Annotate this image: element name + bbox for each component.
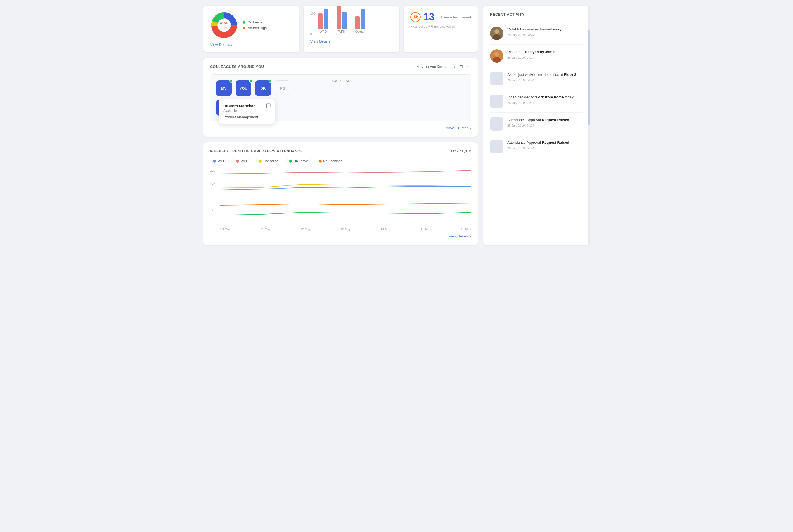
absent-icon: [411, 12, 420, 22]
donut-chart: 48.5% 7.3%: [210, 11, 238, 39]
view-full-map-label: View Full Map: [446, 126, 468, 130]
bar-overall: Overall: [355, 9, 365, 33]
legend-wfo: WFO: [210, 158, 229, 165]
activity-time-rishabh: 25 July 2019, 04:24: [507, 56, 583, 59]
activity-time-akash: 25 July 2019, 04:24: [507, 79, 583, 82]
chevron-down-icon: ▾: [469, 149, 471, 153]
activity-time-videh: 25 July 2019, 04:24: [507, 101, 583, 104]
bar-wfo-blue: [324, 9, 328, 29]
seat-you[interactable]: YOU: [235, 80, 251, 96]
bar-chart-area: WFO WFH: [318, 12, 365, 34]
absent-since: + 1 since last viewed: [437, 15, 471, 19]
legend-cancelled: Cancelled: [256, 158, 281, 165]
seat-mv[interactable]: MV: [216, 80, 232, 96]
bar-wfh-label: WFH: [338, 30, 345, 33]
activity-content-approval2: Attendance Approval Request Raised 25 Ju…: [507, 140, 583, 150]
trend-view-details-label: View Details: [449, 234, 468, 238]
donut-card: 48.5% 7.3% On Leave No Bookings: [204, 5, 299, 52]
colleagues-card: COLLEAGUES AROUND YOU Moveinsync Kormang…: [204, 58, 478, 137]
chat-icon[interactable]: [266, 103, 271, 109]
legend-no-bookings: No Bookings: [243, 26, 267, 30]
activity-text-videh: Videh decided to work from home today: [507, 95, 583, 100]
activity-content-approval1: Attendance Approval Request Raised 25 Ju…: [507, 117, 583, 127]
x-label-4: 14 May: [380, 227, 391, 231]
x-label-2: 12 May: [301, 227, 310, 231]
activity-content-akash: Akash just walked into the office at Flo…: [507, 72, 583, 82]
trend-view-details[interactable]: View Details ›: [210, 234, 471, 238]
trend-legend: WFO WFH Cancelled On Leave No Bookings: [210, 158, 471, 165]
absent-count: 13: [423, 11, 435, 23]
no-bookings-trend-label: No Bookings: [323, 159, 342, 163]
on-leave-trend-label: On Leave: [294, 159, 308, 163]
activity-time-approval2: 25 July 2019, 04:24: [507, 147, 583, 150]
bar-wfo: WFO: [318, 9, 328, 33]
svg-point-16: [494, 30, 499, 34]
activity-item-vallabh: Vallabh has marked himself away 25 July …: [490, 22, 583, 45]
svg-text:7.3%: 7.3%: [222, 26, 227, 28]
colleague-popup: Rustom Manekar Available Product Managem…: [219, 99, 275, 124]
popup-dept: Product Management: [223, 115, 270, 119]
avatar-approval1: [490, 117, 504, 131]
activity-time-vallabh: 25 July 2019, 04:24: [507, 33, 583, 37]
on-leave-dot: [243, 21, 245, 24]
x-label-3: 13 May: [341, 227, 351, 231]
no-bookings-trend-dot: [319, 160, 321, 163]
colleagues-title: COLLEAGUES AROUND YOU: [210, 64, 264, 69]
svg-point-17: [493, 34, 501, 40]
no-bookings-label: No Bookings: [248, 26, 267, 30]
activity-text-vallabh: Vallabh has marked himself away: [507, 26, 583, 32]
legend-on-leave-trend: On Leave: [286, 158, 311, 165]
activity-text-akash: Akash just walked into the office at Flo…: [507, 72, 583, 77]
activity-time-approval1: 25 July 2019, 04:24: [507, 124, 583, 127]
date-filter[interactable]: Last 7 days ▾: [449, 149, 471, 153]
bar-wfo-red: [318, 14, 323, 29]
scrollbar-track[interactable]: [588, 5, 589, 245]
avatar-akash: [490, 72, 504, 85]
bar-overall-blue: [361, 9, 365, 29]
chevron-right-icon: ›: [231, 42, 232, 47]
cancelled-label: Cancelled: [263, 159, 278, 163]
bar-view-details[interactable]: View Details ›: [310, 39, 393, 43]
donut-view-details[interactable]: View Details ›: [210, 42, 292, 47]
y-label-200: 200: [310, 12, 315, 15]
location-label: Moveinsync Kormangala - Floor 1: [417, 64, 471, 69]
activity-content-vallabh: Vallabh has marked himself away 25 July …: [507, 26, 583, 37]
x-label-5: 15 May: [421, 227, 431, 231]
absent-card: 13 + 1 since last viewed 7 cancelled + 6…: [404, 5, 478, 52]
avatar-rishabh: [490, 49, 504, 63]
view-full-map-link[interactable]: View Full Map ›: [210, 126, 471, 130]
on-leave-label: On Leave: [248, 20, 262, 24]
svg-point-7: [414, 15, 416, 17]
absent-detail: 7 cancelled + 6 not clocked-in: [411, 25, 471, 28]
bar-chart-card: 200 0 WFO: [304, 5, 399, 52]
legend-no-bookings-trend: No Bookings: [316, 158, 345, 165]
chart-container: 100 75 50 25 0: [210, 169, 471, 231]
seat-dk-wrapper: DK: [255, 80, 271, 96]
wfh-label: WFH: [241, 159, 248, 163]
wfo-dot: [213, 160, 216, 163]
bar-wfo-label: WFO: [320, 30, 327, 33]
y-25: 25: [210, 208, 215, 212]
seat-ps[interactable]: PS: [275, 80, 290, 96]
seat-you-wrapper: YOU: [235, 80, 251, 96]
svg-point-19: [494, 52, 499, 57]
x-label-0: 10 May: [220, 227, 230, 231]
activity-item-approval1: Attendance Approval Request Raised 25 Ju…: [490, 113, 583, 135]
bar-wfh-red: [337, 6, 341, 29]
cancelled-dot: [259, 160, 262, 163]
x-label-6: 16 May: [461, 227, 471, 231]
y-0: 0: [210, 222, 215, 225]
activity-title: RECENT ACTIVITY: [490, 12, 524, 17]
y-75: 75: [210, 182, 215, 186]
donut-view-details-label: View Details: [210, 42, 230, 47]
mv-online-dot: [229, 79, 233, 82]
activity-content-rishabh: Rishabh is delayed by 35min 25 July 2019…: [507, 49, 583, 59]
popup-status: Available: [223, 109, 270, 113]
svg-wrapper: 10 May 11 May 12 May 13 May 14 May 15 Ma…: [220, 169, 471, 231]
seat-dk[interactable]: DK: [255, 80, 271, 96]
y-50: 50: [210, 195, 215, 198]
avatar-approval2: [490, 140, 504, 153]
activity-text-rishabh: Rishabh is delayed by 35min: [507, 49, 583, 55]
chevron-right-trend: ›: [470, 234, 471, 238]
wfo-label: WFO: [218, 159, 226, 163]
